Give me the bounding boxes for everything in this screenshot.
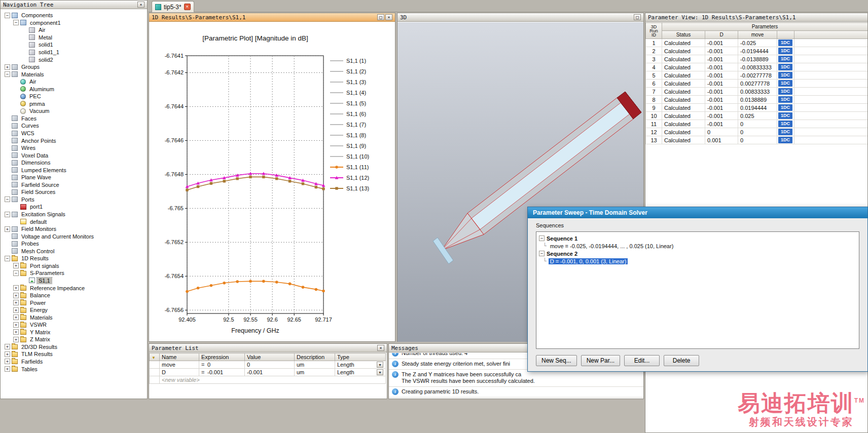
tab-close-icon[interactable] bbox=[184, 4, 191, 10]
tree-item-port-signals[interactable]: +Port signals bbox=[2, 262, 147, 270]
tree-item-materials[interactable]: +Materials bbox=[2, 313, 147, 321]
sequence-node-sequence-2[interactable]: −Sequence 2 bbox=[538, 250, 857, 257]
expand-toggle-icon[interactable]: + bbox=[5, 359, 10, 364]
tree-item-wires[interactable]: Wires bbox=[2, 144, 147, 152]
chart-window-titlebar[interactable]: 1D Results\S-Parameters\S1,1 bbox=[149, 13, 395, 22]
filter-header[interactable]: ▼ bbox=[150, 353, 160, 361]
tree-item-air[interactable]: Air bbox=[2, 26, 147, 34]
legend-item-s1-1-5[interactable]: S1,1 (5) bbox=[330, 100, 366, 106]
tree-item-groups[interactable]: +Groups bbox=[2, 63, 147, 71]
maximize-icon[interactable] bbox=[634, 14, 641, 20]
tree-item-voxel-data[interactable]: Voxel Data bbox=[2, 151, 147, 159]
run-row-8[interactable]: 8Calculated-0.0010.01388891DC bbox=[646, 96, 868, 104]
expand-toggle-icon[interactable]: − bbox=[5, 13, 10, 18]
expand-toggle-icon[interactable]: + bbox=[13, 314, 19, 320]
tree-item-voltage-and-current-monitors[interactable]: Voltage and Current Monitors bbox=[2, 232, 147, 240]
result-tag-badge[interactable]: 1DC bbox=[778, 88, 792, 95]
tree-item-tlm-results[interactable]: +TLM Results bbox=[2, 350, 147, 358]
run-row-2[interactable]: 2Calculated-0.001-0.01944441DC bbox=[646, 47, 868, 55]
chevron-down-icon[interactable] bbox=[377, 362, 383, 368]
result-tag-badge[interactable]: 1DC bbox=[778, 80, 792, 87]
legend-item-s1-1-1[interactable]: S1,1 (1) bbox=[330, 58, 366, 64]
tree-item-solid1[interactable]: solid1 bbox=[2, 41, 147, 49]
tree-item-excitation-signals[interactable]: −Excitation Signals bbox=[2, 211, 147, 218]
tree-item-s1-1[interactable]: S1,1 bbox=[2, 277, 147, 285]
legend-item-s1-1-4[interactable]: S1,1 (4) bbox=[330, 90, 366, 96]
edit-button[interactable]: Edit... bbox=[624, 355, 660, 366]
new-variable-row[interactable]: <new variable> bbox=[150, 376, 386, 384]
tree-item-probes[interactable]: Probes bbox=[2, 240, 147, 248]
run-row-4[interactable]: 4Calculated-0.001-0.008333331DC bbox=[646, 63, 868, 71]
close-icon[interactable] bbox=[137, 2, 144, 8]
tree-item-vacuum[interactable]: Vacuum bbox=[2, 107, 147, 115]
tree-item-vswr[interactable]: +VSWR bbox=[2, 321, 147, 329]
tree-item-anchor-points[interactable]: Anchor Points bbox=[2, 137, 147, 144]
tree-item-s-parameters[interactable]: −S-Parameters bbox=[2, 269, 147, 277]
expand-toggle-icon[interactable]: + bbox=[5, 366, 10, 372]
tree-item-solid1-1[interactable]: solid1_1 bbox=[2, 49, 147, 56]
tree-item-mesh-control[interactable]: Mesh Control bbox=[2, 248, 147, 255]
legend-item-s1-1-3[interactable]: S1,1 (3) bbox=[330, 79, 366, 85]
move-column-header[interactable]: move bbox=[738, 31, 777, 39]
expand-toggle-icon[interactable]: + bbox=[13, 337, 19, 342]
result-tag-badge[interactable]: 1DC bbox=[778, 64, 792, 70]
result-tag-badge[interactable]: 1DC bbox=[778, 121, 792, 127]
column-header-description[interactable]: Description bbox=[295, 353, 335, 361]
tree-item-solid2[interactable]: solid2 bbox=[2, 56, 147, 63]
legend-item-s1-1-8[interactable]: S1,1 (8) bbox=[330, 132, 366, 138]
d-column-header[interactable]: D bbox=[705, 31, 738, 39]
new-seq-button[interactable]: New Seq... bbox=[536, 355, 577, 366]
expand-toggle-icon[interactable]: − bbox=[5, 196, 10, 202]
expand-toggle-icon[interactable]: + bbox=[5, 226, 10, 232]
result-tag-badge[interactable]: 1DC bbox=[778, 137, 792, 143]
result-tag-badge[interactable]: 1DC bbox=[778, 40, 792, 46]
run-row-9[interactable]: 9Calculated-0.0010.01944441DC bbox=[646, 104, 868, 112]
run-row-7[interactable]: 7Calculated-0.0010.008333331DC bbox=[646, 88, 868, 96]
tree-item-field-sources[interactable]: Field Sources bbox=[2, 188, 147, 196]
tree-item-power[interactable]: +Power bbox=[2, 299, 147, 306]
run-row-3[interactable]: 3Calculated-0.001-0.01388891DC bbox=[646, 55, 868, 63]
legend-item-s1-1-9[interactable]: S1,1 (9) bbox=[330, 143, 366, 149]
result-tag-badge[interactable]: 1DC bbox=[778, 96, 792, 103]
legend-item-s1-1-13[interactable]: S1,1 (13) bbox=[330, 185, 369, 191]
expand-toggle-icon[interactable]: − bbox=[5, 256, 10, 261]
legend-item-s1-1-10[interactable]: S1,1 (10) bbox=[330, 153, 369, 160]
expand-toggle-icon[interactable]: + bbox=[13, 263, 19, 268]
result-tag-badge[interactable]: 1DC bbox=[778, 112, 792, 119]
tree-item-farfield-source[interactable]: Farfield Source bbox=[2, 181, 147, 189]
tree-item-curves[interactable]: Curves bbox=[2, 122, 147, 130]
legend-item-s1-1-6[interactable]: S1,1 (6) bbox=[330, 111, 366, 117]
s-parameter-chart[interactable]: [Parametric Plot] [Magnitude in dB]92.40… bbox=[149, 22, 395, 342]
run-row-1[interactable]: 1Calculated-0.001-0.0251DC bbox=[646, 39, 868, 47]
result-tag-badge[interactable]: 1DC bbox=[778, 56, 792, 62]
tree-item-energy[interactable]: +Energy bbox=[2, 306, 147, 314]
tree-item-lumped-elements[interactable]: Lumped Elements bbox=[2, 166, 147, 174]
tree-item-plane-wave[interactable]: Plane Wave bbox=[2, 174, 147, 181]
expand-toggle-icon[interactable]: + bbox=[5, 351, 10, 357]
tree-item-materials[interactable]: −Materials bbox=[2, 70, 147, 78]
expand-toggle-icon[interactable]: − bbox=[13, 270, 19, 276]
tree-item-tables[interactable]: +Tables bbox=[2, 365, 147, 373]
result-tag-badge[interactable]: 1DC bbox=[778, 104, 792, 111]
message-item[interactable]: iCreating parametric 1D results. bbox=[389, 387, 643, 398]
status-header[interactable]: Status bbox=[662, 31, 705, 39]
dialog-titlebar[interactable]: Parameter Sweep - Time Domain Solver bbox=[528, 207, 867, 218]
tree-item-component1[interactable]: −component1 bbox=[2, 19, 147, 27]
column-header-type[interactable]: Type bbox=[335, 353, 386, 361]
run-row-11[interactable]: 11Calculated-0.00101DC bbox=[646, 120, 868, 128]
tree-item-pmma[interactable]: pmma bbox=[2, 100, 147, 108]
legend-item-s1-1-12[interactable]: S1,1 (12) bbox=[330, 175, 369, 181]
result-tag-badge[interactable]: 1DC bbox=[778, 129, 792, 135]
expand-toggle-icon[interactable]: + bbox=[5, 344, 10, 349]
column-header-value[interactable]: Value bbox=[245, 353, 295, 361]
run-row-5[interactable]: 5Calculated-0.001-0.002777781DC bbox=[646, 71, 868, 80]
tree-item-balance[interactable]: +Balance bbox=[2, 292, 147, 299]
expand-toggle-icon[interactable]: + bbox=[13, 293, 19, 298]
tree-item-faces[interactable]: Faces bbox=[2, 115, 147, 123]
parameter-row-d[interactable]: D=-0.001-0.001umLength bbox=[150, 369, 386, 376]
new-par-button[interactable]: New Par... bbox=[581, 355, 620, 366]
legend-item-s1-1-2[interactable]: S1,1 (2) bbox=[330, 68, 366, 74]
tree-item-2d-3d-results[interactable]: +2D/3D Results bbox=[2, 343, 147, 351]
tree-item-port1[interactable]: port1 bbox=[2, 203, 147, 211]
tree-item-air[interactable]: Air bbox=[2, 78, 147, 86]
